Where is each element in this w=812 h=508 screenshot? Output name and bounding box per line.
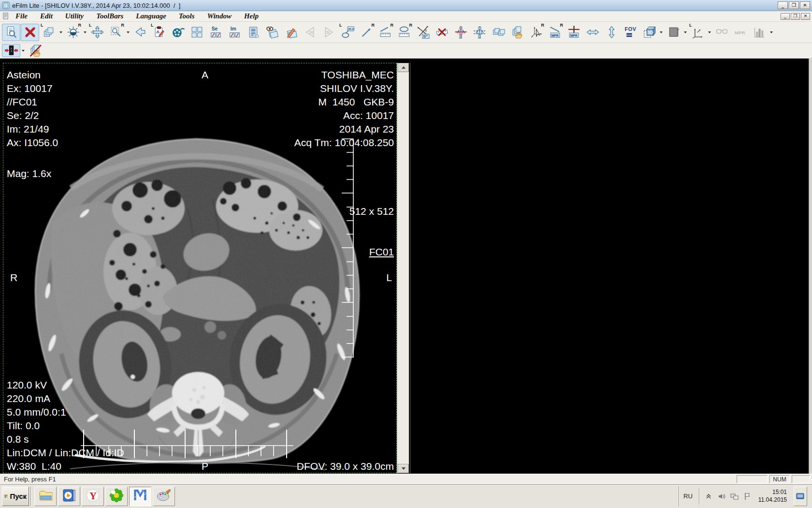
chevron-down-icon xyxy=(127,31,130,33)
desktop-icon xyxy=(796,493,805,500)
document-icon[interactable] xyxy=(2,13,9,20)
measure-ellipse-button[interactable]: R xyxy=(395,24,413,41)
scroll-up-icon[interactable] xyxy=(398,63,409,72)
empty-viewport[interactable] xyxy=(410,63,809,473)
stack-mode-icon xyxy=(43,26,56,39)
efilm-m-taskbar-button[interactable] xyxy=(129,487,151,506)
chevron-down-icon xyxy=(84,31,87,33)
show-desktop-button[interactable] xyxy=(794,487,807,506)
child-close-icon[interactable]: ✕ xyxy=(801,13,810,20)
report-button[interactable] xyxy=(244,24,262,41)
window-level-button[interactable]: R xyxy=(64,24,82,41)
window-level-dropdown[interactable] xyxy=(82,25,87,40)
next-study-button[interactable]: St xyxy=(319,24,338,41)
overlay-line: 220.0 mA xyxy=(7,392,124,405)
child-restore-icon[interactable]: ❐ xyxy=(791,13,800,20)
ct-viewport[interactable]: AsteionEx: 10017//FC01Se: 2/2Im: 21/49Ax… xyxy=(3,63,397,473)
zoom-icon xyxy=(110,26,123,39)
tile-series-button[interactable] xyxy=(489,24,508,41)
stack-scroll-button[interactable] xyxy=(508,24,526,41)
stereo-glasses-button[interactable] xyxy=(712,24,731,41)
edit-report-button[interactable] xyxy=(282,24,300,41)
close-icon[interactable]: ✕ xyxy=(800,1,810,9)
mpr-label-button[interactable]: MPR xyxy=(731,24,750,41)
close-study-button[interactable] xyxy=(21,24,39,41)
measure-length-button[interactable]: R xyxy=(376,24,394,41)
clock[interactable]: 15:01 11.04.2015 xyxy=(758,489,787,504)
reset-display-button[interactable] xyxy=(131,24,149,41)
menu-edit[interactable]: Edit xyxy=(34,12,59,21)
series-layout-button[interactable]: Se xyxy=(206,24,225,41)
fov-button[interactable]: FOV xyxy=(621,24,639,41)
annotations-button[interactable]: AL xyxy=(150,24,168,41)
menu-tools[interactable]: Tools xyxy=(173,12,201,21)
overlay-line: Acq Tm: 10:04:08.250 xyxy=(294,136,394,149)
delete-measurements-button[interactable] xyxy=(433,24,451,41)
prev-study-button[interactable]: St xyxy=(301,24,319,41)
chevron-down-icon xyxy=(708,31,711,33)
orientation-axes-button[interactable]: L xyxy=(688,24,707,41)
start-button[interactable]: Пуск xyxy=(2,487,29,506)
histogram-button[interactable] xyxy=(750,24,768,41)
localizer-lines-button[interactable] xyxy=(470,24,489,41)
flag-icon[interactable] xyxy=(743,492,752,501)
language-indicator[interactable]: RU xyxy=(682,493,695,500)
overlay-line: //FC01 xyxy=(7,95,58,109)
viewport-scrollbar[interactable] xyxy=(397,63,409,473)
volume-3d-button[interactable]: 3D xyxy=(640,24,658,41)
measure-angle-button[interactable]: θ57° xyxy=(414,24,432,41)
view-report-icon xyxy=(266,26,279,39)
layout-protocol-button[interactable] xyxy=(188,24,206,41)
yandex-browser-taskbar-button[interactable]: Y xyxy=(82,487,104,506)
menu-help[interactable]: Help xyxy=(238,12,265,21)
stereo-glasses-icon xyxy=(715,26,728,39)
media-player-taskbar-button[interactable] xyxy=(58,487,80,506)
histogram-dropdown[interactable] xyxy=(768,25,774,40)
compress-dropdown[interactable] xyxy=(20,44,26,58)
localizer-lines-icon xyxy=(473,26,486,39)
zoom-button[interactable]: R xyxy=(107,24,125,41)
chevron-up-icon[interactable] xyxy=(704,492,713,501)
orientation-axes-dropdown[interactable] xyxy=(707,25,712,40)
scroll-down-icon[interactable] xyxy=(398,464,409,473)
stack-mode-dropdown[interactable] xyxy=(58,25,63,40)
volume-3d-dropdown[interactable] xyxy=(658,25,664,40)
cine-button[interactable] xyxy=(169,24,187,41)
restore-icon[interactable]: ❐ xyxy=(789,1,799,9)
shutter-button[interactable] xyxy=(664,24,682,41)
no-stack-scroll-button[interactable] xyxy=(26,44,44,57)
reset-display-icon xyxy=(134,26,147,39)
menu-file[interactable]: File xyxy=(9,12,34,21)
pan-button[interactable]: L xyxy=(88,24,106,41)
view-report-button[interactable] xyxy=(263,24,281,41)
child-minimize-icon[interactable]: _ xyxy=(781,13,790,20)
volume-icon[interactable] xyxy=(717,492,726,501)
menu-utility[interactable]: Utility xyxy=(59,12,90,21)
series-layout-icon: Se xyxy=(209,26,222,39)
mpr-orthogonal-button[interactable]: MPR xyxy=(565,24,583,41)
open-study-button[interactable] xyxy=(2,24,20,41)
probe-button[interactable]: 35.2L xyxy=(338,24,357,41)
minimize-icon[interactable]: _ xyxy=(778,1,788,9)
menu-language[interactable]: Language xyxy=(130,12,173,21)
prev-study-icon: St xyxy=(304,26,317,39)
patient-orientation-button[interactable] xyxy=(451,24,470,41)
mpr-oblique-button[interactable]: MPRR xyxy=(546,24,564,41)
shutter-dropdown[interactable] xyxy=(682,25,688,40)
network-icon[interactable] xyxy=(730,492,739,501)
image-layout-button[interactable]: Im xyxy=(225,24,244,41)
stack-mode-button[interactable]: L xyxy=(40,24,58,41)
paint-taskbar-button[interactable] xyxy=(153,487,175,506)
flip-horizontal-button[interactable] xyxy=(583,24,602,41)
flip-vertical-button[interactable] xyxy=(602,24,621,41)
measure-length-icon xyxy=(379,26,392,39)
compress-button[interactable] xyxy=(2,44,20,57)
zoom-dropdown[interactable] xyxy=(125,25,130,40)
menu-toolbars[interactable]: ToolBars xyxy=(90,12,130,21)
cursor-3d-button[interactable]: R xyxy=(527,24,545,41)
taskbar: Пуск Y RU 15:01 11.04.2015 xyxy=(0,484,812,508)
arrow-annotation-button[interactable]: R xyxy=(357,24,376,41)
explorer-taskbar-button[interactable] xyxy=(34,487,57,506)
icq-taskbar-button[interactable] xyxy=(105,487,128,506)
menu-window[interactable]: Window xyxy=(201,12,238,21)
